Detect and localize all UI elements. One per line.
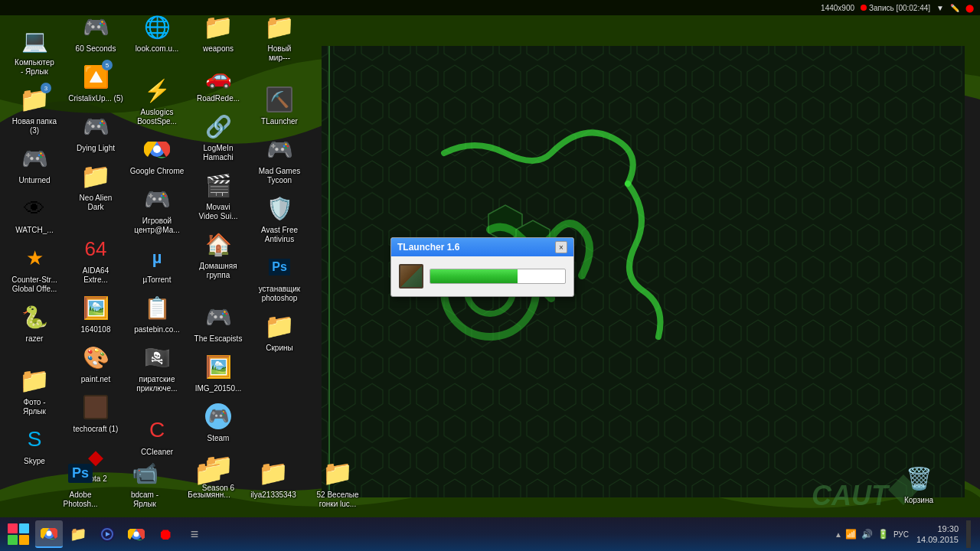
- desktop-icons-container: 💻 Компьютер- Ярлык 📁3 Новая папка(3) 🎮 U…: [0, 4, 352, 513]
- taskbar: 📁 ⏺ ≡: [0, 517, 980, 551]
- pirates-icon: 🏴‍☠️: [144, 345, 171, 370]
- svg-point-13: [47, 531, 52, 536]
- lookcom-icon: 🌐: [144, 15, 171, 40]
- desktop-icon-ilya[interactable]: 📁 ilya21335343: [243, 454, 304, 513]
- pc-label: Компьютер- Ярлык: [15, 58, 54, 77]
- ilya-icon: 📁: [258, 458, 289, 487]
- desktop-icon-tlauncher[interactable]: ⛏️ TLauncher: [249, 80, 310, 130]
- desktop-icon-img20150[interactable]: 🖼️ IMG_20150...: [188, 347, 249, 397]
- avast-label: Avast FreeAntivirus: [261, 226, 298, 244]
- windows-logo: [8, 523, 29, 545]
- tray-icons: 📶 🔊 🔋 РУС: [845, 529, 909, 540]
- photoshop-inst-label: устанавщикphotoshop: [259, 285, 301, 303]
- clock[interactable]: 19:30 14.09.2015: [912, 523, 963, 546]
- win-quad-bl: [8, 535, 18, 545]
- 60seconds-icon: 🎮: [83, 15, 109, 40]
- logmein-label: LogMeInHamachi: [203, 144, 233, 162]
- photo-label: Фото -Ярлык: [23, 398, 46, 416]
- paintnet-label: paint.net: [81, 375, 110, 384]
- desktop-icon-neoalien[interactable]: 📁 Neo AlienDark: [65, 157, 126, 216]
- desktop-icon-pastebin[interactable]: 📋 pastebin.co...: [126, 289, 188, 338]
- cristalixup-label: CristalixUp... (5): [68, 94, 123, 103]
- dialog-close-button[interactable]: ×: [555, 241, 567, 253]
- desktop-icon-utorrent[interactable]: µ µTorrent: [126, 239, 188, 289]
- ilya-label: ilya21335343: [250, 491, 296, 500]
- win-quad-br: [19, 535, 29, 545]
- taskbar-button-app[interactable]: ≡: [181, 520, 208, 548]
- desktop-icon-unturned[interactable]: 🎮 Unturned: [4, 139, 65, 189]
- desktop-icon-photoshop-inst[interactable]: Ps устанавщикphotoshop: [249, 248, 310, 307]
- skype-icon: S: [28, 427, 42, 452]
- rec-edit-icon: ✏️: [950, 4, 959, 12]
- desktop-icon-paintnet[interactable]: 🎨 paint.net: [65, 338, 126, 388]
- desktop-icon-steam[interactable]: 🎮 Steam: [188, 397, 249, 447]
- paintnet-icon: 🎨: [83, 345, 109, 370]
- desktop-icon-csgo[interactable]: ★ Counter-Str... Global Offe...: [4, 239, 65, 298]
- desktop-icon-1640108[interactable]: 🖼️ 1640108: [65, 289, 126, 338]
- desktop-icon-techocraft[interactable]: techocraft (1): [65, 388, 126, 438]
- photoshop-inst-icon: Ps: [269, 259, 290, 276]
- start-button[interactable]: [3, 520, 34, 549]
- desktop-icon-pirates[interactable]: 🏴‍☠️ пиратскиеприключе...: [126, 338, 188, 397]
- desktop-icon-52songs[interactable]: 📁 52 Веселыегонки luc...: [307, 454, 368, 513]
- desktop-icon-movavi[interactable]: 🎬 MovaviVideo Sui...: [188, 166, 249, 225]
- desktop-icon-bdcam[interactable]: 📹 bdcam -Ярлык: [114, 454, 175, 513]
- tray-keyboard-icon: РУС: [893, 530, 909, 539]
- 60seconds-label: 60 Seconds: [76, 44, 116, 54]
- taskbar-chrome-icon: [41, 525, 57, 542]
- escapists-icon: 🎮: [205, 305, 232, 330]
- desktop-icon-adobeph[interactable]: Ps AdobePhotosh...: [50, 454, 111, 513]
- desktop-icon-igrovoy[interactable]: 🎮 Игровойцентр@Ма...: [126, 180, 188, 239]
- desktop-icon-madgames[interactable]: 🎮 Mad GamesTycoon: [249, 130, 310, 189]
- resolution-text: 1440x900: [821, 4, 854, 12]
- aida64-label: AIDA64Extre...: [83, 266, 109, 285]
- auslogics-icon: ⚡: [144, 78, 171, 103]
- desktop-icon-auslogics[interactable]: ⚡ AuslogicsBoostSpe...: [126, 71, 188, 130]
- desktop-icon-60seconds[interactable]: 🎮 60 Seconds: [65, 8, 126, 57]
- desktop-icon-novyimir[interactable]: 📁 Новыймир---: [249, 8, 310, 67]
- desktop-icon-logmein[interactable]: 🔗 LogMeInHamachi: [188, 107, 249, 166]
- adobeph-label: AdobePhotosh...: [63, 491, 97, 509]
- taskbar-chrome2-icon: [128, 526, 145, 543]
- roadrede-label: RoadRede...: [197, 94, 240, 103]
- 1640108-icon: 🖼️: [83, 295, 109, 321]
- desktop-icon-photo[interactable]: 📁 Фото -Ярлык: [4, 361, 65, 420]
- taskbar-button-chrome[interactable]: [35, 520, 63, 548]
- taskbar-button-rec[interactable]: ⏺: [152, 520, 179, 548]
- screeny-label: Скрины: [266, 344, 292, 353]
- taskbar-button-media[interactable]: [93, 520, 121, 548]
- igrovoy-icon: 🎮: [144, 187, 171, 212]
- desktop-icon-watchdogs[interactable]: 👁 WATCH_...: [4, 189, 65, 239]
- taskbar-button-explorer[interactable]: 📁: [64, 520, 92, 548]
- desktop-icon-dyinglight[interactable]: 🎮 Dying Light: [65, 107, 126, 157]
- desktop-icon-lookcom[interactable]: 🌐 look.com.u...: [126, 8, 188, 57]
- desktop-icon-recycle[interactable]: 🗑️ Корзина: [888, 459, 949, 509]
- watchdogs-label: WATCH_...: [15, 226, 53, 235]
- desktop-icon-roadrede[interactable]: 🚗 RoadRede...: [188, 57, 249, 107]
- desktop-icon-googlechrome[interactable]: Google Chrome: [126, 130, 188, 180]
- desktop-icon-newfolder[interactable]: 📁3 Новая папка(3): [4, 80, 65, 139]
- img20150-label: IMG_20150...: [195, 384, 242, 393]
- neoalien-label: Neo AlienDark: [80, 194, 113, 212]
- desktop-icon-escapists[interactable]: 🎮 The Escapists: [188, 298, 249, 347]
- pc-icon: 💻: [21, 28, 48, 54]
- movavi-icon: 🎬: [205, 173, 232, 198]
- dialog-titlebar: TLauncher 1.6 ×: [391, 238, 573, 256]
- madgames-label: Mad GamesTycoon: [259, 167, 300, 185]
- lookcom-label: look.com.u...: [136, 44, 179, 54]
- recording-timer: Запись [00:02:44]: [861, 4, 930, 12]
- show-desktop-button[interactable]: [966, 520, 971, 548]
- tray-arrow[interactable]: ▲: [835, 530, 842, 539]
- desktop-icon-avast[interactable]: 🛡️ Avast FreeAntivirus: [249, 189, 310, 248]
- steam-label: Steam: [207, 434, 230, 443]
- desktop-icon-bezymyann[interactable]: 📁 Безымянн...: [178, 454, 240, 513]
- desktop-icon-razer[interactable]: 🐍 razer: [4, 298, 65, 347]
- desktop-icon-aida64[interactable]: 64 AIDA64Extre...: [65, 230, 126, 289]
- desktop-icon-weapons[interactable]: 📁 weapons: [188, 8, 249, 57]
- desktop-icon-cristalixup[interactable]: 🔼5 CristalixUp... (5): [65, 57, 126, 107]
- desktop-icon-homegroup[interactable]: 🏠 Домашняягруппа: [188, 225, 249, 284]
- desktop-icon-pc[interactable]: 💻 Компьютер- Ярлык: [4, 21, 65, 80]
- bdcam-label: bdcam -Ярлык: [131, 491, 158, 509]
- desktop-icon-screeny[interactable]: 📁 Скрины: [249, 307, 310, 357]
- taskbar-button-chrome2[interactable]: [122, 520, 150, 548]
